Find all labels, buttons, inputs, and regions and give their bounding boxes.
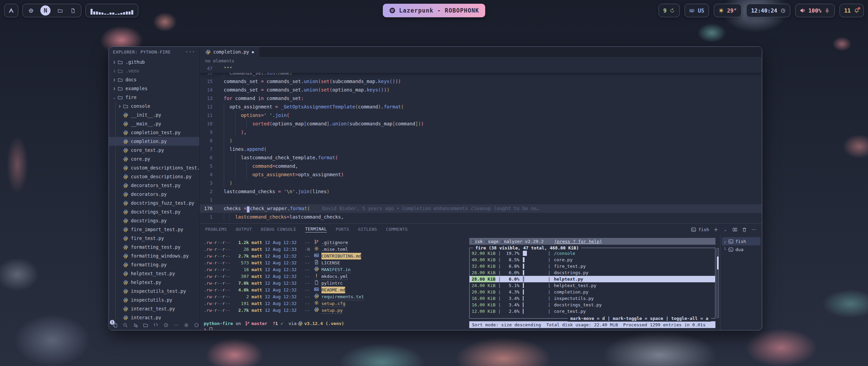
file-name[interactable]: pylintrc (321, 280, 343, 287)
dua-entry-docstrings.py[interactable]: 28.00 KiB|6.0%|docstrings.py (470, 269, 715, 276)
tree-item-inspectutils.py[interactable]: inspectutils.py (109, 296, 199, 304)
file-name[interactable]: setup.cfg (321, 300, 345, 307)
clock-widget[interactable]: 12:40:24 (746, 4, 790, 17)
weather-widget[interactable]: 29° (714, 4, 742, 17)
workspace-globe[interactable] (27, 7, 34, 14)
braces-icon[interactable] (153, 322, 159, 328)
active-shell-tag[interactable]: fish (691, 227, 709, 232)
panel-more-actions[interactable] (751, 227, 756, 232)
tree-item-inspectutils_test.py[interactable]: inspectutils_test.py (109, 287, 199, 296)
panel-tab-comments[interactable]: COMMENTS (386, 227, 408, 232)
dua-entry-bar (523, 309, 545, 314)
terminal-list-item-dua[interactable]: └dua (722, 245, 761, 253)
tree-item-custom_descriptions_test.-[interactable]: custom_descriptions_test.… (109, 163, 199, 172)
tree-item-custom_descriptions.py[interactable]: custom_descriptions.py (109, 172, 199, 181)
workspace-folder[interactable] (57, 7, 63, 14)
tree-item-examples[interactable]: ❯examples (109, 84, 199, 93)
file-name[interactable]: README.md (321, 287, 345, 293)
debug-icon[interactable] (133, 322, 138, 328)
tree-item-completion_test.py[interactable]: completion_test.py (109, 128, 199, 137)
search-icon[interactable] (122, 322, 128, 328)
tree-item-helptext_test.py[interactable]: helptext_test.py (109, 269, 199, 278)
tree-item-formatting_test.py[interactable]: formatting_test.py (109, 243, 199, 251)
tree-item-core.py[interactable]: core.py (109, 155, 199, 163)
panel-tab-gitlens[interactable]: GITLENS (358, 227, 377, 232)
code-line-current[interactable]: 176 checks =check_wrapper.format(David B… (200, 204, 762, 213)
terminal-dua[interactable]: Disk Usage Analyzer v2.29.2 (press ? for… (469, 235, 720, 330)
file-name[interactable]: requirements.txt (321, 293, 364, 300)
new-terminal-button[interactable] (713, 227, 718, 232)
dua-entry-completion.py[interactable]: 20.00 KiB|4.3%|completion.py (470, 289, 715, 295)
workspace-doc[interactable] (70, 7, 76, 14)
dua-entry-helptext_test.py[interactable]: 24.00 KiB|5.1%|helptext_test.py (470, 282, 715, 289)
dua-entry-fire_test.py[interactable]: 32.00 KiB|6.8%|fire_test.py (470, 263, 715, 269)
explorer-more-button[interactable]: ··· (185, 49, 195, 55)
tree-item-__init__.py[interactable]: __init__.py (109, 110, 199, 119)
dua-entry-inspectutils.py[interactable]: 16.00 KiB|3.4%|inspectutils.py (470, 295, 715, 302)
tree-item-docstrings_fuzz_test.py[interactable]: docstrings_fuzz_test.py (109, 199, 199, 207)
tree-item-console[interactable]: ❯console (109, 102, 199, 110)
file-name[interactable]: setup.py (321, 307, 343, 314)
more-icon[interactable] (173, 322, 179, 328)
music-widget[interactable]: Lazerpunk - ROBOPHONK (383, 4, 485, 17)
tree-item-__main__.py[interactable]: __main__.py (109, 119, 199, 128)
tree-item-fire_test.py[interactable]: fire_test.py (109, 234, 199, 243)
kill-terminal-button[interactable] (742, 227, 747, 232)
terminal-profile-dropdown[interactable]: ⌄ (723, 227, 728, 232)
circle-icon[interactable] (194, 322, 199, 328)
shell-prompt-input[interactable]: ❯ (204, 327, 469, 330)
tab-completion-py[interactable]: completion.py ● (200, 47, 260, 57)
panel-tab-ports[interactable]: PORTS (336, 227, 349, 232)
files-icon[interactable]: 1 (112, 322, 118, 328)
panel-tab-problems[interactable]: PROBLEMS (205, 227, 227, 232)
file-name[interactable]: CONTRIBUTING.md (321, 253, 361, 260)
panel-tab-terminal[interactable]: TERMINAL (305, 226, 327, 232)
terminal-list-item-fish[interactable]: ┌fish (722, 237, 761, 245)
panel-tab-debug-console[interactable]: DEBUG CONSOLE (261, 227, 296, 232)
panel-tab-output[interactable]: OUTPUT (236, 227, 252, 232)
tree-item-core_test.py[interactable]: core_test.py (109, 146, 199, 155)
launcher-button[interactable] (4, 4, 18, 17)
dua-entry-core.py[interactable]: 40.00 KiB|8.5%|core.py (470, 257, 715, 263)
system-graph-widget[interactable] (85, 4, 138, 17)
tree-item-helptext.py[interactable]: helptext.py (109, 278, 199, 287)
tree-item-decorators.py[interactable]: decorators.py (109, 190, 199, 199)
folder-icon[interactable] (143, 322, 149, 328)
python-file-icon (122, 183, 129, 188)
keyboard-layout-widget[interactable]: US (685, 4, 709, 17)
breadcrumb[interactable]: no elements (200, 57, 762, 64)
tree-item-formatting_windows.py[interactable]: formatting_windows.py (109, 251, 199, 260)
tree-item-formatting.py[interactable]: formatting.py (109, 260, 199, 269)
tree-item-docstrings_test.py[interactable]: docstrings_test.py (109, 207, 199, 216)
tree-item-.github[interactable]: ❯.github (109, 58, 199, 66)
dua-entry-core_test.py[interactable]: 12.00 KiB|2.6%|core_test.py (470, 308, 715, 314)
tree-item-fire_import_test.py[interactable]: fire_import_test.py (109, 225, 199, 234)
dua-entry-helptext.py[interactable]: 28.00 KiB|6.0%|helptext.py (470, 276, 715, 282)
explorer-badge: 1 (110, 320, 115, 325)
tree-item-decorators_test.py[interactable]: decorators_test.py (109, 181, 199, 190)
updates-widget[interactable]: 9 (658, 4, 680, 17)
history-icon[interactable] (163, 322, 169, 328)
tree-item-completion.py[interactable]: completion.py (109, 137, 199, 146)
tree-item-interact_test.py[interactable]: interact_test.py (109, 304, 199, 313)
tree-item-docstrings.py[interactable]: docstrings.py (109, 216, 199, 225)
modified-dot-icon[interactable]: ● (252, 50, 254, 54)
terminal-fish[interactable]: .rw-r--r--1.2kmatt12 Aug 12:32--.gitigno… (200, 235, 469, 330)
gear-icon[interactable] (183, 322, 189, 328)
workspace-letter-n[interactable]: N (40, 5, 51, 16)
code-editor[interactable]: 47 """16 commands_set.add(name)15 comman… (200, 64, 762, 223)
tree-item-fire[interactable]: ⌄fire (109, 93, 199, 102)
tree-item-docs[interactable]: ❯docs (109, 75, 199, 84)
file-name[interactable]: .mise.toml (321, 246, 348, 253)
file-name[interactable]: LICENSE (321, 260, 340, 266)
file-name[interactable]: mkdocs.yml (321, 273, 348, 280)
file-name[interactable]: MANIFEST.in (321, 266, 351, 273)
dua-entry-docstrings_test.py[interactable]: 16.00 KiB|3.4%|docstrings_test.py (470, 302, 715, 308)
tree-item-.venv[interactable]: ❯.venv (109, 66, 199, 75)
file-name[interactable]: .gitignore (321, 239, 348, 246)
notifications-widget[interactable]: 11 (840, 4, 864, 17)
split-terminal-button[interactable] (732, 227, 737, 232)
volume-widget[interactable]: 100% (795, 4, 835, 17)
dua-scrollbar[interactable] (717, 248, 719, 318)
file-date: 12 Aug 12:32 (265, 300, 297, 307)
